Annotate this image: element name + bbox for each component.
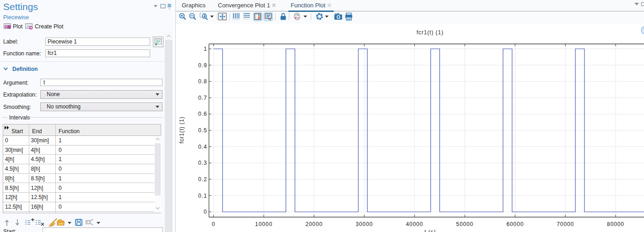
svg-text:0.7: 0.7 (198, 95, 207, 101)
svg-text:0: 0 (212, 221, 216, 227)
svg-text:0.3: 0.3 (198, 160, 207, 166)
svg-text:t (s): t (s) (424, 229, 436, 232)
svg-text:20000: 20000 (305, 221, 323, 227)
svg-text:0.5: 0.5 (198, 127, 207, 134)
svg-text:1: 1 (204, 46, 207, 52)
svg-text:0.2: 0.2 (198, 176, 207, 183)
svg-text:0: 0 (204, 209, 207, 215)
svg-text:fcr1(t) (1): fcr1(t) (1) (179, 116, 185, 143)
svg-text:10000: 10000 (255, 221, 272, 227)
svg-text:fcr1(t) (1): fcr1(t) (1) (417, 29, 444, 36)
svg-text:80000: 80000 (607, 221, 624, 227)
svg-text:60000: 60000 (506, 221, 524, 227)
svg-text:40000: 40000 (406, 221, 423, 227)
svg-text:0.8: 0.8 (198, 78, 207, 85)
svg-text:30000: 30000 (356, 221, 373, 227)
svg-text:0.4: 0.4 (198, 144, 207, 150)
svg-text:0.6: 0.6 (198, 111, 207, 117)
svg-text:0.1: 0.1 (198, 193, 207, 199)
svg-text:70000: 70000 (557, 221, 574, 227)
svg-text:50000: 50000 (456, 221, 474, 227)
svg-text:0.9: 0.9 (198, 62, 207, 69)
